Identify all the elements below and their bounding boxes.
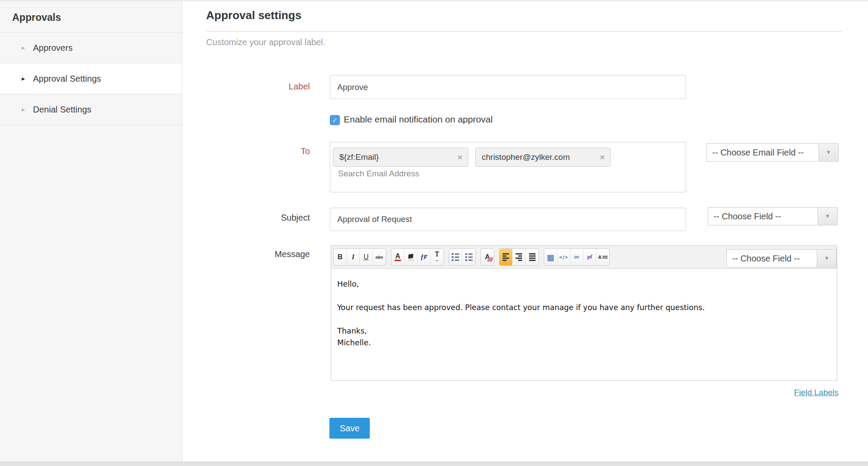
list-line — [452, 253, 459, 255]
eraser-shape — [487, 258, 493, 261]
choose-email-field-dropdown[interactable]: -- Choose Email Field -- ▼ — [707, 143, 838, 162]
to-field-label: To — [200, 146, 310, 156]
insert-table-icon[interactable]: ▦ — [544, 249, 557, 265]
align-bars — [529, 253, 536, 261]
chip-text: ${zf:Email} — [339, 152, 379, 162]
clear-formatting-icon[interactable]: A — [481, 249, 494, 265]
remove-chip-icon[interactable]: × — [600, 148, 605, 166]
font-size-arrows: ↔ — [435, 257, 440, 263]
font-color-icon[interactable]: A — [391, 249, 404, 265]
approval-settings-page: Approvals ▸ Approvers ▸ Approval Setting… — [0, 0, 868, 466]
message-field-label: Message — [200, 249, 310, 259]
chevron-down-icon: ▼ — [817, 250, 836, 267]
message-line — [337, 314, 831, 325]
message-line: Michelle. — [337, 337, 831, 349]
checkmark-icon: ✓ — [332, 116, 338, 124]
page-subtitle: Customize your approval label. — [206, 37, 326, 47]
font-family-icon[interactable]: ƒF — [418, 249, 431, 265]
bold-icon[interactable]: B — [334, 249, 347, 265]
field-list-shape: A — [598, 255, 607, 260]
chevron-right-icon: ▸ — [22, 33, 25, 63]
strikethrough-icon[interactable]: abc — [373, 249, 386, 265]
list-line — [465, 253, 473, 255]
unordered-list-icon[interactable] — [449, 249, 462, 265]
dropdown-value: -- Choose Field -- — [713, 208, 817, 225]
sidebar-item-approvers[interactable]: ▸ Approvers — [0, 33, 182, 63]
header-divider — [206, 31, 842, 32]
align-right-icon[interactable] — [513, 249, 526, 265]
dropdown-value: -- Choose Email Field -- — [712, 144, 818, 161]
sidebar-nav: ▸ Approvers ▸ Approval Settings ▸ Denial… — [0, 33, 182, 125]
message-line: Your request has been approved. Please c… — [337, 302, 831, 314]
toolbar-group-clear: A — [480, 248, 494, 266]
list-line — [452, 256, 459, 258]
sidebar-item-approval-settings[interactable]: ▸ Approval Settings — [0, 63, 182, 94]
background-color-icon[interactable] — [404, 249, 418, 265]
field-list-letter: A — [598, 255, 601, 260]
message-body[interactable]: Hello, Your request has been approved. P… — [331, 269, 837, 358]
recipient-chip: christopher@zylker.com × — [475, 148, 611, 167]
message-line: Hello, — [337, 278, 831, 290]
insert-link-icon[interactable]: ∞ — [570, 249, 583, 265]
list-line — [465, 259, 473, 261]
ordered-list-icon[interactable] — [462, 249, 475, 265]
field-list-icon[interactable]: A — [596, 249, 609, 265]
label-input[interactable] — [330, 75, 686, 99]
editor-toolbar: B I U abc A ƒF T ↔ — [331, 246, 837, 269]
toolbar-group-font: A ƒF T ↔ — [391, 248, 444, 266]
align-bars — [503, 253, 509, 261]
font-color-bar — [395, 260, 401, 261]
source-code-icon[interactable]: </> — [557, 249, 570, 265]
underline-icon[interactable]: U — [360, 249, 373, 265]
sidebar-item-label: Approvers — [33, 33, 72, 63]
align-bars — [516, 253, 522, 261]
sidebar-item-label: Approval Settings — [33, 63, 101, 94]
save-button[interactable]: Save — [329, 418, 370, 439]
chip-text: christopher@zylker.com — [482, 152, 570, 162]
sidebar-title: Approvals — [0, 1, 182, 33]
align-justify-icon[interactable] — [526, 249, 539, 265]
message-editor: B I U abc A ƒF T ↔ — [331, 245, 837, 381]
field-list-lines — [602, 255, 608, 259]
sidebar: Approvals ▸ Approvers ▸ Approval Setting… — [0, 1, 182, 466]
sidebar-item-denial-settings[interactable]: ▸ Denial Settings — [0, 94, 182, 125]
dropdown-value: -- Choose Field -- — [732, 250, 816, 267]
label-field-label: Label — [200, 82, 310, 92]
paint-bucket-shape — [408, 254, 414, 258]
sidebar-item-label: Denial Settings — [33, 94, 92, 125]
chevron-right-icon: ▸ — [22, 63, 25, 94]
remove-chip-icon[interactable]: × — [457, 148, 463, 166]
toolbar-group-basic: B I U abc — [333, 248, 386, 266]
recipient-chip: ${zf:Email} × — [333, 148, 468, 167]
search-email-input[interactable] — [337, 169, 556, 179]
toolbar-group-align — [499, 248, 539, 266]
enable-email-checkbox[interactable]: ✓ — [330, 115, 340, 125]
italic-icon[interactable]: I — [347, 249, 360, 265]
chevron-down-icon: ▼ — [818, 208, 837, 225]
field-labels-link[interactable]: Field Labels — [794, 388, 838, 397]
align-left-icon[interactable] — [500, 249, 513, 265]
list-line — [452, 259, 459, 261]
bottom-bar — [0, 462, 868, 466]
enable-email-label: Enable email notification on approval — [344, 114, 493, 125]
list-line — [465, 256, 473, 258]
font-color-letter: A — [395, 253, 401, 259]
subject-input[interactable] — [330, 208, 686, 231]
remove-link-icon[interactable]: ∞ — [583, 249, 596, 265]
font-size-letter: T — [435, 251, 439, 257]
message-choose-field-dropdown[interactable]: -- Choose Field -- ▼ — [727, 249, 837, 268]
subject-choose-field-dropdown[interactable]: -- Choose Field -- ▼ — [708, 207, 838, 225]
page-title: Approval settings — [206, 9, 302, 22]
background-color-bar — [408, 259, 414, 261]
subject-field-label: Subject — [200, 213, 310, 223]
chevron-down-icon: ▼ — [819, 144, 838, 161]
font-size-icon[interactable]: T ↔ — [431, 249, 444, 265]
toolbar-group-insert: ▦ </> ∞ ∞ A — [544, 248, 610, 266]
message-line: Thanks, — [337, 325, 831, 337]
toolbar-group-lists — [449, 248, 476, 266]
chevron-right-icon: ▸ — [22, 94, 25, 125]
message-line — [337, 290, 831, 302]
to-recipients-box[interactable]: ${zf:Email} × christopher@zylker.com × — [330, 142, 686, 192]
